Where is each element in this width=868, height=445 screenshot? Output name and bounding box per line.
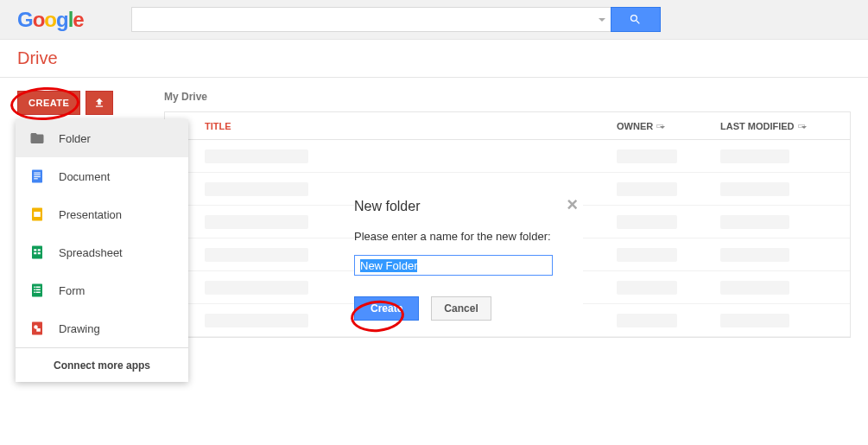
file-title <box>205 182 308 196</box>
svg-rect-8 <box>34 249 36 251</box>
svg-rect-4 <box>34 178 38 179</box>
svg-rect-15 <box>34 289 35 291</box>
search-icon <box>629 13 642 26</box>
table-header: TITLE OWNER LAST MODIFIED <box>165 112 850 140</box>
file-title <box>205 281 308 295</box>
dropdown-item-label: Drawing <box>59 322 100 335</box>
svg-rect-14 <box>36 287 41 289</box>
spreadsheet-icon <box>28 244 47 261</box>
svg-rect-1 <box>34 173 41 174</box>
dropdown-item-label: Spreadsheet <box>59 246 123 259</box>
svg-rect-2 <box>34 175 41 175</box>
column-last-modified[interactable]: LAST MODIFIED <box>720 121 850 131</box>
file-modified <box>720 182 789 196</box>
form-icon <box>28 282 47 299</box>
file-title <box>205 314 308 327</box>
svg-rect-21 <box>36 328 41 332</box>
svg-rect-9 <box>38 249 41 251</box>
document-icon <box>28 168 47 185</box>
svg-rect-6 <box>34 212 41 217</box>
dropdown-item-label: Presentation <box>59 208 122 221</box>
file-title <box>205 149 308 163</box>
file-modified <box>720 281 789 295</box>
chevron-down-icon <box>798 124 805 128</box>
file-owner <box>617 248 677 262</box>
column-title[interactable]: TITLE <box>200 121 617 131</box>
svg-rect-10 <box>34 252 36 254</box>
column-owner[interactable]: OWNER <box>617 121 720 131</box>
create-button[interactable]: CREATE <box>17 91 80 115</box>
dialog-create-button[interactable]: Create <box>354 296 419 321</box>
file-modified <box>720 314 789 327</box>
dialog-message: Please enter a name for the new folder: <box>354 230 583 243</box>
dropdown-item-form[interactable]: Form <box>16 271 188 309</box>
close-button[interactable]: × <box>567 194 578 216</box>
svg-rect-11 <box>38 252 41 254</box>
drive-brand: Drive <box>17 48 58 68</box>
dropdown-item-label: Document <box>59 170 110 183</box>
file-owner <box>617 149 677 163</box>
connect-more-apps[interactable]: Connect more apps <box>16 347 188 382</box>
file-modified <box>720 149 789 163</box>
new-folder-dialog: × New folder Please enter a name for the… <box>354 199 583 321</box>
dropdown-item-spreadsheet[interactable]: Spreadsheet <box>16 233 188 271</box>
dropdown-item-label: Folder <box>59 132 91 145</box>
search-button[interactable] <box>611 7 661 32</box>
file-modified <box>720 215 789 229</box>
folder-name-input[interactable] <box>354 255 553 276</box>
dialog-title: New folder <box>354 199 583 214</box>
upload-button[interactable] <box>86 91 113 115</box>
upload-icon <box>93 97 105 109</box>
chevron-down-icon <box>656 124 663 128</box>
table-row[interactable]: ☆ <box>165 140 850 173</box>
drawing-icon <box>28 320 47 337</box>
file-owner <box>617 215 677 229</box>
dropdown-item-presentation[interactable]: Presentation <box>16 195 188 233</box>
file-owner <box>617 281 677 295</box>
dropdown-item-document[interactable]: Document <box>16 157 188 195</box>
folder-icon <box>28 130 47 147</box>
file-owner <box>617 314 677 327</box>
svg-rect-18 <box>36 292 41 294</box>
dropdown-item-folder[interactable]: Folder <box>16 119 188 157</box>
google-logo: Google <box>17 8 84 32</box>
dialog-cancel-button[interactable]: Cancel <box>431 296 491 321</box>
svg-rect-16 <box>36 289 41 291</box>
file-modified <box>720 248 789 262</box>
breadcrumb[interactable]: My Drive <box>164 91 851 103</box>
file-owner <box>617 182 677 196</box>
svg-rect-13 <box>34 287 35 289</box>
create-dropdown: FolderDocumentPresentationSpreadsheetFor… <box>16 119 188 382</box>
svg-rect-7 <box>32 246 42 259</box>
dropdown-item-drawing[interactable]: Drawing <box>16 309 188 347</box>
search-input[interactable] <box>131 7 611 32</box>
svg-rect-3 <box>34 176 41 177</box>
presentation-icon <box>28 206 47 223</box>
file-title <box>205 248 308 262</box>
svg-rect-17 <box>34 292 35 294</box>
search-options-caret-icon[interactable] <box>599 18 605 22</box>
dropdown-item-label: Form <box>59 284 85 297</box>
file-title <box>205 215 308 229</box>
